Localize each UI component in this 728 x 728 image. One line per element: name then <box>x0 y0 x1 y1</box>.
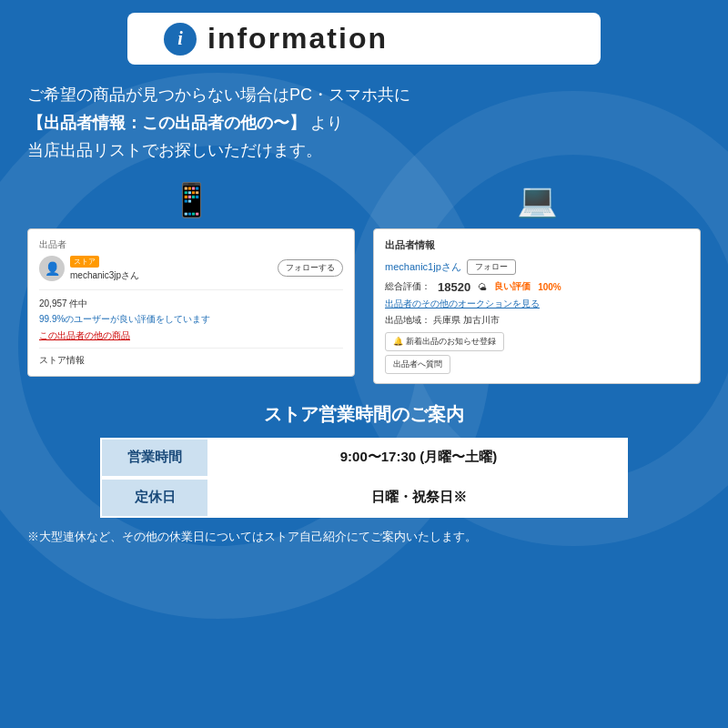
pc-question-btn[interactable]: 出品者へ質問 <box>385 355 450 374</box>
pc-seller-info-header: 出品者情報 <box>385 238 689 252</box>
mobile-seller-row: 👤 ストア mechanic3jpさん フォローする <box>39 255 343 282</box>
pc-auction-link[interactable]: 出品者のその他のオークションを見る <box>385 298 689 310</box>
pc-location: 出品地域： 兵庫県 加古川市 <box>385 314 689 327</box>
info-icon: i <box>164 23 197 56</box>
pc-sun-icon: 🌤 <box>478 282 487 292</box>
hours-table: 営業時間9:00〜17:30 (月曜〜土曜)定休日日曜・祝祭日※ <box>100 438 628 518</box>
mobile-follow-btn[interactable]: フォローする <box>278 259 343 277</box>
desc-line2-post: より <box>310 114 343 132</box>
mobile-col: 📱 出品者 👤 ストア mechanic3jpさん フォローする 20,957 … <box>27 181 355 377</box>
mobile-screenshot: 出品者 👤 ストア mechanic3jpさん フォローする 20,957 件中… <box>27 228 355 377</box>
info-header: i information <box>127 13 601 65</box>
pc-rating-number: 18520 <box>438 280 470 294</box>
hours-value: 9:00〜17:30 (月曜〜土曜) <box>209 438 628 478</box>
mobile-seller-section: 👤 ストア mechanic3jpさん フォローする <box>39 255 343 290</box>
pc-notify-btn[interactable]: 🔔 新着出品のお知らせ登録 <box>385 332 504 351</box>
hours-row: 定休日日曜・祝祭日※ <box>100 478 628 518</box>
desc-line3: 当店出品リストでお探しいただけます。 <box>27 136 701 165</box>
hours-value: 日曜・祝祭日※ <box>209 478 628 518</box>
mobile-store-info: ストア情報 <box>39 348 343 367</box>
mobile-seller-info: ストア mechanic3jpさん <box>70 255 139 282</box>
mobile-count: 20,957 件中 <box>39 298 343 310</box>
pc-good-percent: 100% <box>538 282 561 292</box>
screenshots-row: 📱 出品者 👤 ストア mechanic3jpさん フォローする 20,957 … <box>18 181 710 384</box>
pc-seller-row: mechanic1jpさん フォロー <box>385 259 689 275</box>
mobile-other-items[interactable]: この出品者の他の商品 <box>39 329 130 342</box>
store-hours-title: ストア営業時間のご案内 <box>264 402 464 427</box>
pc-screenshot: 出品者情報 mechanic1jpさん フォロー 総合評価： 18520 🌤 良… <box>373 228 701 384</box>
main-container: i information ご希望の商品が見つからない場合はPC・スマホ共に 【… <box>0 0 728 728</box>
hours-row: 営業時間9:00〜17:30 (月曜〜土曜) <box>100 438 628 478</box>
pc-seller-name: mechanic1jpさん <box>385 260 461 274</box>
mobile-store-badge: ストア <box>70 256 99 268</box>
pc-follow-btn[interactable]: フォロー <box>467 259 516 275</box>
mobile-seller-label: 出品者 <box>39 238 343 251</box>
pc-good-label: 良い評価 <box>494 280 531 293</box>
mobile-rating: 99.9%のユーザーが良い評価をしています <box>39 313 343 326</box>
hours-label: 定休日 <box>100 478 209 518</box>
desc-line1: ご希望の商品が見つからない場合はPC・スマホ共に <box>27 81 701 109</box>
info-title: information <box>207 22 388 56</box>
description-block: ご希望の商品が見つからない場合はPC・スマホ共に 【出品者情報：この出品者の他の… <box>18 81 710 165</box>
footer-note: ※大型連休など、その他の休業日についてはストア自己紹介にてご案内いたします。 <box>18 529 710 545</box>
desc-line2: 【出品者情報：この出品者の他の〜】 より <box>27 109 701 137</box>
mobile-seller-name: mechanic3jpさん <box>70 269 139 282</box>
mobile-avatar: 👤 <box>39 256 65 281</box>
pc-col: 💻 出品者情報 mechanic1jpさん フォロー 総合評価： 18520 🌤… <box>373 181 701 384</box>
mobile-icon: 📱 <box>171 181 212 219</box>
pc-rating-row: 総合評価： 18520 🌤 良い評価 100% <box>385 280 689 294</box>
pc-rating-label: 総合評価： <box>385 280 430 293</box>
desc-highlight: 【出品者情報：この出品者の他の〜】 <box>27 114 306 132</box>
hours-label: 営業時間 <box>100 438 209 478</box>
pc-icon: 💻 <box>517 181 558 219</box>
